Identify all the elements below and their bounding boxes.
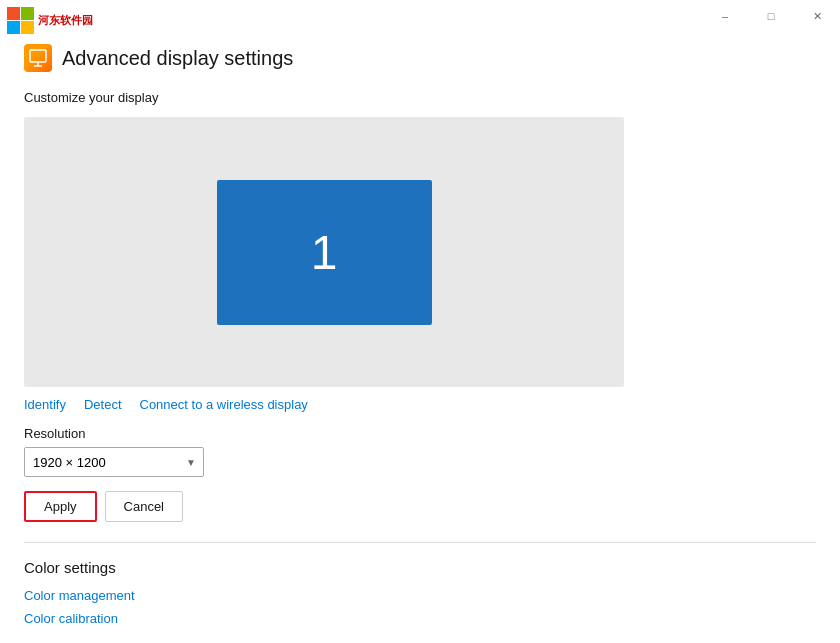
watermark-text: 河东软件园 xyxy=(38,13,93,28)
close-button[interactable]: ✕ xyxy=(794,0,840,32)
links-row: Identify Detect Connect to a wireless di… xyxy=(24,397,816,412)
page-header: Advanced display settings xyxy=(24,44,816,72)
watermark: 河东软件园 xyxy=(6,6,93,34)
watermark-logo-icon xyxy=(6,6,34,34)
svg-rect-0 xyxy=(7,7,20,20)
display-preview-area: 1 xyxy=(24,117,624,387)
identify-link[interactable]: Identify xyxy=(24,397,66,412)
monitor-number: 1 xyxy=(311,225,338,280)
svg-rect-2 xyxy=(7,21,20,34)
buttons-row: Apply Cancel xyxy=(24,491,816,522)
title-bar-controls: – □ ✕ xyxy=(702,0,840,32)
divider xyxy=(24,542,816,543)
cancel-button[interactable]: Cancel xyxy=(105,491,183,522)
svg-rect-1 xyxy=(21,7,34,20)
color-management-link[interactable]: Color management xyxy=(24,588,816,603)
page-title: Advanced display settings xyxy=(62,47,293,70)
section-title: Customize your display xyxy=(24,90,816,105)
title-bar: – □ ✕ xyxy=(0,0,840,32)
connect-wireless-link[interactable]: Connect to a wireless display xyxy=(140,397,308,412)
apply-button[interactable]: Apply xyxy=(24,491,97,522)
svg-rect-3 xyxy=(21,21,34,34)
svg-rect-4 xyxy=(30,50,46,62)
display-icon xyxy=(29,49,47,67)
resolution-label: Resolution xyxy=(24,426,816,441)
maximize-button[interactable]: □ xyxy=(748,0,794,32)
resolution-select-wrapper: 1920 × 1200 1920 × 1080 1600 × 900 1280 … xyxy=(24,447,204,477)
minimize-button[interactable]: – xyxy=(702,0,748,32)
main-content: Advanced display settings Customize your… xyxy=(0,32,840,643)
resolution-select[interactable]: 1920 × 1200 1920 × 1080 1600 × 900 1280 … xyxy=(24,447,204,477)
page-icon xyxy=(24,44,52,72)
color-settings-title: Color settings xyxy=(24,559,816,576)
display-monitor: 1 xyxy=(217,180,432,325)
detect-link[interactable]: Detect xyxy=(84,397,122,412)
color-calibration-link[interactable]: Color calibration xyxy=(24,611,816,626)
